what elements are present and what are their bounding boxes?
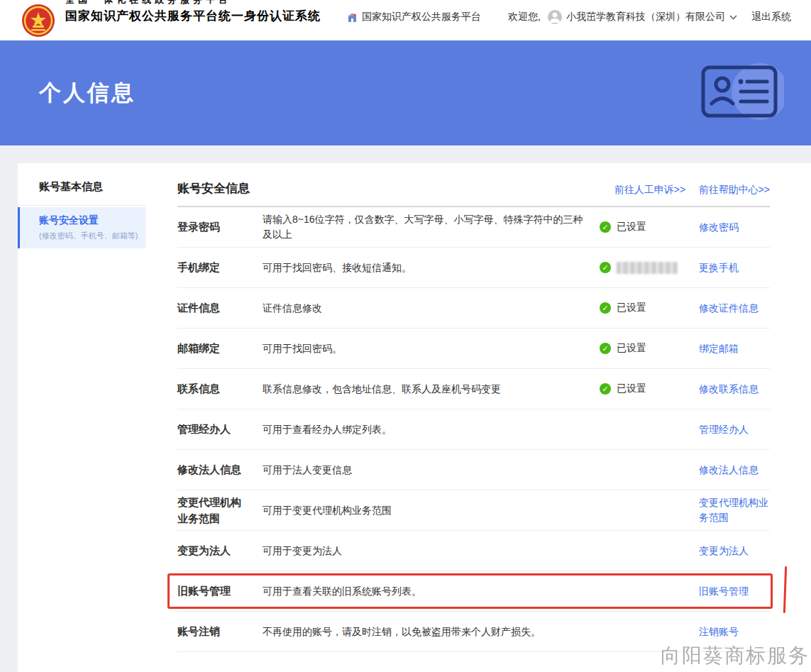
row-description: 可用于查看经办人绑定列表。 [263,422,600,437]
row-status: ✓ 已设置 [600,342,699,355]
header-brand: 全国一体化在线政务服务平台 国家知识产权公共服务平台统一身份认证系统 [21,0,321,38]
chevron-down-icon[interactable] [729,15,737,20]
row-description: 可用于变更为法人 [263,544,600,558]
row-action: 修改证件信息 [699,301,770,316]
welcome-text: 欢迎您, [508,11,541,23]
row-description: 可用于变更代理机构业务范围 [263,503,600,518]
page-banner: 个人信息 [0,40,811,145]
row-label: 手机绑定 [177,259,248,275]
sidebar-item-sublabel: (修改密码、手机号、邮箱等) [39,231,140,241]
check-circle-icon: ✓ [600,221,611,233]
sidebar-item-security-settings[interactable]: 账号安全设置 (修改密码、手机号、邮箱等) [18,207,145,248]
page-title: 个人信息 [39,78,136,108]
row-action-link[interactable]: 绑定邮箱 [699,343,739,354]
security-row: 邮箱绑定 可用于找回密码。 ✓ 已设置 绑定邮箱 [177,329,770,369]
status-text: 已设置 [617,302,646,314]
security-row: 联系信息 联系信息修改，包含地址信息、联系人及座机号码变更 ✓ 已设置 修改联系… [177,369,770,409]
security-row: 旧账号管理 可用于查看关联的旧系统账号列表。 旧账号管理 [177,571,770,612]
help-center-link[interactable]: 前往帮助中心>> [699,184,770,195]
header-titles: 全国一体化在线政务服务平台 国家知识产权公共服务平台统一身份认证系统 [65,0,321,24]
row-description: 可用于找回密码、接收短信通知。 [263,260,600,275]
row-action: 修改法人信息 [699,463,770,478]
row-action: 绑定邮箱 [699,341,770,356]
top-header: 全国一体化在线政务服务平台 国家知识产权公共服务平台统一身份认证系统 国家知识产… [0,0,811,40]
row-description: 可用于找回密码。 [263,341,600,356]
sidebar-item-label: 账号安全设置 [39,214,140,227]
row-action-link[interactable]: 修改证件信息 [699,302,758,314]
row-action: 管理经办人 [699,422,770,437]
panel-header: 账号安全信息 前往人工申诉>> 前往帮助中心>> [177,163,770,207]
row-description: 联系信息修改，包含地址信息、联系人及座机号码变更 [263,382,600,397]
sidebar-item-label: 账号基本信息 [39,180,103,192]
row-action: 变更代理机构业务范围 [699,495,770,525]
row-action-link[interactable]: 变更代理机构业务范围 [699,497,768,523]
row-action-link[interactable]: 更换手机 [699,262,739,273]
row-label: 变更代理机构业务范围 [177,494,248,527]
row-status: ✓ 已设置 [600,221,699,233]
row-label: 邮箱绑定 [177,340,248,356]
status-text: 已设置 [617,342,646,355]
check-circle-icon: ✓ [600,343,611,354]
logout-link[interactable]: 退出系统 [751,11,791,23]
security-row: 修改法人信息 可用于法人变更信息 修改法人信息 [177,450,770,490]
national-emblem-logo [21,4,55,38]
row-action: 注销账号 [699,624,770,639]
check-circle-icon: ✓ [600,262,611,273]
row-action-link[interactable]: 旧账号管理 [699,585,749,597]
platform-small-title: 全国一体化在线政务服务平台 [65,0,321,6]
security-row: 登录密码 请输入8~16位字符，仅含数字、大写字母、小写字母、特殊字符中的三种及… [177,207,770,248]
platform-icon [347,12,358,23]
row-label: 旧账号管理 [177,583,248,599]
sidebar-item-basic-info[interactable]: 账号基本信息 [18,163,145,206]
row-description: 证件信息修改 [263,301,600,316]
status-text: 已设置 [617,382,646,395]
row-status: ✓ 已设置 [600,382,699,395]
platform-link[interactable]: 国家知识产权公共服务平台 [362,11,481,23]
row-label: 账号注销 [177,623,248,639]
avatar[interactable] [548,10,562,24]
row-action-link[interactable]: 修改联系信息 [699,383,758,395]
row-description: 可用于法人变更信息 [263,463,600,478]
row-label: 管理经办人 [177,421,248,437]
row-action: 变更为法人 [699,544,770,558]
row-description: 不再使用的账号，请及时注销，以免被盗用带来个人财产损失。 [263,624,600,639]
panel-header-links: 前往人工申诉>> 前往帮助中心>> [605,183,770,197]
manual-appeal-link[interactable]: 前往人工申诉>> [614,184,685,195]
row-label: 登录密码 [177,219,248,235]
row-action-link[interactable]: 修改法人信息 [699,464,758,475]
row-action-link[interactable]: 注销账号 [699,626,739,637]
row-status: ✓ 已设置 [600,302,699,314]
system-title: 国家知识产权公共服务平台统一身份认证系统 [65,8,321,24]
row-action-link[interactable]: 管理经办人 [699,424,749,435]
security-row: 证件信息 证件信息修改 ✓ 已设置 修改证件信息 [177,288,770,329]
row-action-link[interactable]: 修改密码 [699,221,739,233]
row-action: 修改密码 [699,220,770,235]
row-action: 更换手机 [699,260,770,275]
security-row: 变更代理机构业务范围 可用于变更代理机构业务范围 变更代理机构业务范围 [177,490,770,531]
security-row: 手机绑定 可用于找回密码、接收短信通知。 ✓ 更换手机 [177,248,770,288]
row-action: 修改联系信息 [699,382,770,397]
section-title: 账号安全信息 [177,180,250,197]
check-circle-icon: ✓ [600,383,611,395]
row-label: 证件信息 [177,299,248,316]
header-user-area: 国家知识产权公共服务平台 欢迎您, 小我茁学教育科技（深圳）有限公司 退出系统 [347,10,791,24]
row-status: ✓ [600,262,699,274]
security-info-panel: 账号安全信息 前往人工申诉>> 前往帮助中心>> 登录密码 请输入8~16位字符… [145,163,811,672]
row-label: 修改法人信息 [177,461,248,478]
row-label: 变更为法人 [177,542,248,558]
account-name[interactable]: 小我茁学教育科技（深圳）有限公司 [566,11,725,23]
row-label: 联系信息 [177,380,248,397]
security-row: 管理经办人 可用于查看经办人绑定列表。 管理经办人 [177,409,770,450]
row-action-link[interactable]: 变更为法人 [699,545,749,556]
id-card-icon [697,60,784,126]
masked-phone-number [617,262,678,274]
status-text: 已设置 [617,221,646,233]
content-card: 账号基本信息 账号安全设置 (修改密码、手机号、邮箱等) 账号安全信息 前往人工… [18,163,811,672]
sidebar: 账号基本信息 账号安全设置 (修改密码、手机号、邮箱等) [18,163,145,672]
row-action: 旧账号管理 [699,584,770,599]
row-description: 可用于查看关联的旧系统账号列表。 [263,584,600,599]
row-description: 请输入8~16位字符，仅含数字、大写字母、小写字母、特殊字符中的三种及以上 [263,212,600,242]
check-circle-icon: ✓ [600,302,611,314]
security-row: 账号注销 不再使用的账号，请及时注销，以免被盗用带来个人财产损失。 注销账号 [177,612,770,652]
security-row: 变更为法人 可用于变更为法人 变更为法人 [177,531,770,571]
